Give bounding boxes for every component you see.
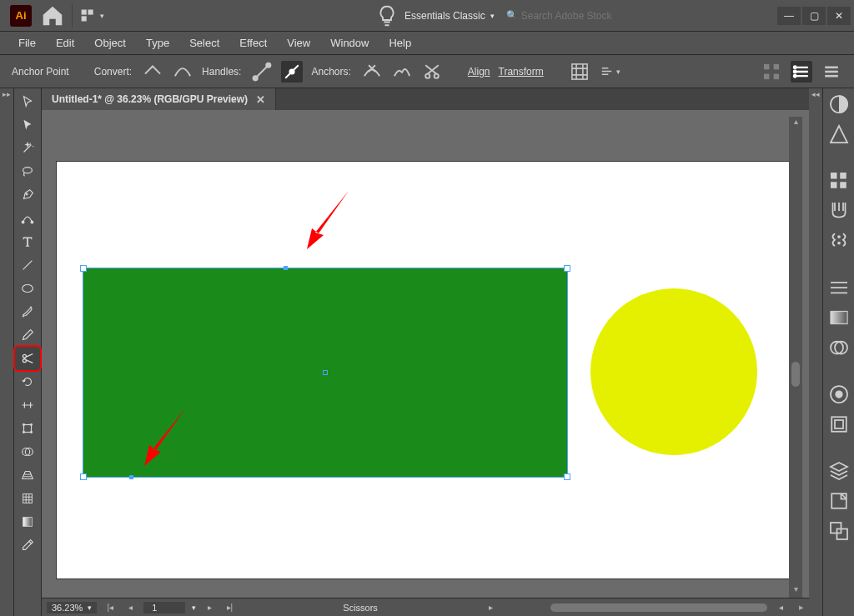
transform-link[interactable]: Transform xyxy=(499,66,544,78)
home-icon[interactable] xyxy=(40,3,65,28)
minimize-button[interactable]: — xyxy=(777,7,801,25)
collapse-left-icon[interactable]: ▸▸ xyxy=(3,90,11,616)
pen-tool[interactable] xyxy=(15,183,40,207)
width-tool[interactable] xyxy=(15,393,40,417)
lightbulb-icon[interactable] xyxy=(374,3,399,28)
brushes-panel[interactable] xyxy=(826,198,851,223)
anchor-top[interactable] xyxy=(284,266,288,270)
vertical-scrollbar[interactable]: ▴ ▾ xyxy=(789,117,802,598)
stroke-panel[interactable] xyxy=(826,275,851,300)
scroll-up-icon[interactable]: ▴ xyxy=(789,117,802,128)
handle-bottom-left[interactable] xyxy=(81,474,86,479)
stock-search[interactable]: 🔍 xyxy=(503,10,655,22)
yellow-circle[interactable] xyxy=(590,288,757,455)
scroll-thumb-v[interactable] xyxy=(791,362,800,387)
lasso-tool[interactable] xyxy=(15,160,40,183)
handles-show-icon[interactable] xyxy=(251,61,273,83)
remove-anchor-icon[interactable] xyxy=(361,61,383,83)
menu-edit[interactable]: Edit xyxy=(46,33,84,53)
arrange-documents-icon[interactable]: ▾ xyxy=(79,3,104,28)
scroll-left-icon[interactable]: ◂ xyxy=(774,601,787,614)
gradient-tool[interactable] xyxy=(15,510,40,533)
paintbrush-tool[interactable] xyxy=(15,300,40,323)
selection-tool[interactable] xyxy=(15,90,40,113)
eyedropper-tool[interactable] xyxy=(15,533,40,557)
menu-type[interactable]: Type xyxy=(136,33,179,53)
perspective-grid-tool[interactable] xyxy=(15,463,40,487)
zoom-level[interactable]: 36.23% ▾ xyxy=(47,602,97,613)
menu-help[interactable]: Help xyxy=(379,33,421,53)
color-panel[interactable] xyxy=(826,92,851,117)
svg-point-25 xyxy=(23,359,26,363)
chevron-down-icon[interactable]: ▾ xyxy=(192,603,196,612)
asset-export-panel[interactable] xyxy=(826,488,851,513)
scissors-tool[interactable] xyxy=(15,347,40,370)
connect-anchors-icon[interactable] xyxy=(391,61,413,83)
svg-rect-2 xyxy=(82,16,87,21)
menu-view[interactable]: View xyxy=(277,33,320,53)
free-transform-tool[interactable] xyxy=(15,417,40,440)
menu-select[interactable]: Select xyxy=(179,33,229,53)
svg-point-28 xyxy=(31,424,33,426)
appearance-panel[interactable] xyxy=(826,382,851,407)
align-link[interactable]: Align xyxy=(468,66,490,78)
handles-hide-icon[interactable] xyxy=(281,61,303,83)
maximize-button[interactable]: ▢ xyxy=(802,7,826,25)
layers-panel[interactable] xyxy=(826,458,851,483)
gradient-panel-r[interactable] xyxy=(826,305,851,330)
convert-corner-icon[interactable] xyxy=(142,61,163,83)
artboard[interactable] xyxy=(57,162,789,578)
menu-window[interactable]: Window xyxy=(320,33,379,53)
graphic-styles-panel[interactable] xyxy=(826,412,851,437)
handle-bottom-right[interactable] xyxy=(565,474,570,479)
next-artboard-icon[interactable]: ▸ xyxy=(203,601,216,614)
scroll-right-icon[interactable]: ▸ xyxy=(799,602,804,613)
type-tool[interactable] xyxy=(15,230,40,253)
artboard-number[interactable]: 1 xyxy=(143,602,185,613)
cut-path-icon[interactable] xyxy=(421,61,443,83)
line-tool[interactable] xyxy=(15,253,40,277)
swatches-panel[interactable] xyxy=(826,168,851,193)
snap-options-icon[interactable] xyxy=(791,61,812,83)
grid-view-icon[interactable] xyxy=(761,61,782,83)
menu-file[interactable]: File xyxy=(8,33,46,53)
symbols-panel[interactable] xyxy=(826,228,851,253)
canvas[interactable] xyxy=(48,117,789,598)
rotate-tool[interactable] xyxy=(15,370,40,393)
convert-smooth-icon[interactable] xyxy=(172,61,193,83)
align-to-dropdown[interactable]: ▾ xyxy=(599,61,620,83)
pencil-tool[interactable] xyxy=(15,323,40,347)
curvature-tool[interactable] xyxy=(15,207,40,230)
first-artboard-icon[interactable]: |◂ xyxy=(103,601,117,614)
magic-wand-tool[interactable] xyxy=(15,137,40,160)
status-menu-icon[interactable]: ▸ xyxy=(485,601,498,614)
handle-top-left[interactable] xyxy=(81,266,86,271)
scroll-thumb-h[interactable] xyxy=(550,603,767,612)
artboards-panel[interactable] xyxy=(826,518,851,543)
shape-builder-tool[interactable] xyxy=(15,440,40,463)
handles-label: Handles: xyxy=(202,66,241,78)
menu-object[interactable]: Object xyxy=(84,33,136,53)
handle-top-right[interactable] xyxy=(565,266,570,271)
svg-rect-36 xyxy=(831,173,837,179)
anchor-bottom[interactable] xyxy=(129,475,133,479)
selection-center xyxy=(324,371,327,374)
mesh-tool[interactable] xyxy=(15,487,40,510)
expand-panel-icon[interactable] xyxy=(821,61,842,83)
close-tab-icon[interactable]: ✕ xyxy=(256,93,265,106)
ellipse-tool[interactable] xyxy=(15,277,40,300)
status-bar: 36.23% ▾ |◂ ◂ 1 ▾ ▸ ▸| Scissors ▸ ◂ ▸ xyxy=(42,598,809,616)
document-tab[interactable]: Untitled-1* @ 36.23% (RGB/GPU Preview) ✕ xyxy=(42,88,276,110)
collapse-right-icon[interactable]: ◂◂ xyxy=(811,90,820,616)
color-guide-panel[interactable] xyxy=(826,122,851,147)
isolate-icon[interactable] xyxy=(569,61,590,83)
close-window-button[interactable]: ✕ xyxy=(827,7,851,25)
search-input[interactable] xyxy=(521,10,655,22)
direct-selection-tool[interactable] xyxy=(15,113,40,137)
scroll-down-icon[interactable]: ▾ xyxy=(789,584,802,598)
last-artboard-icon[interactable]: ▸| xyxy=(223,601,236,614)
menu-effect[interactable]: Effect xyxy=(229,33,277,53)
transparency-panel[interactable] xyxy=(826,335,851,360)
workspace-switcher[interactable]: Essentials Classic ▾ xyxy=(404,10,495,22)
prev-artboard-icon[interactable]: ◂ xyxy=(123,601,137,614)
